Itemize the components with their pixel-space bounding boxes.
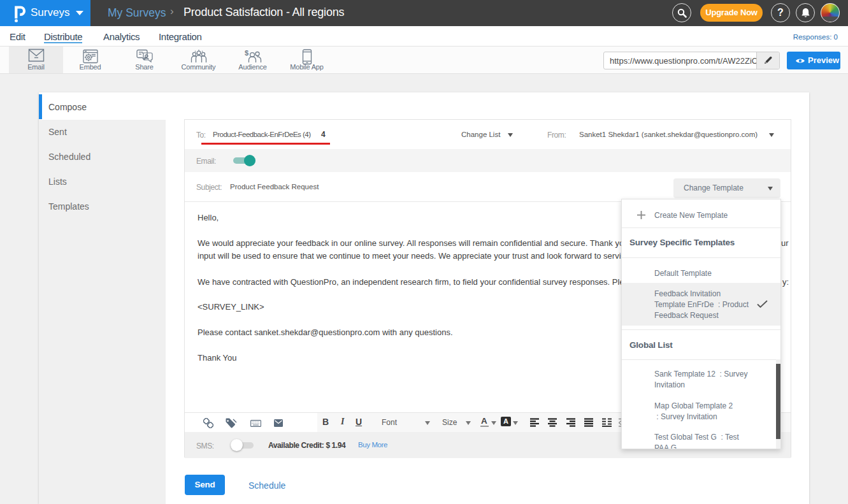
svg-text:$: $ bbox=[245, 49, 248, 57]
